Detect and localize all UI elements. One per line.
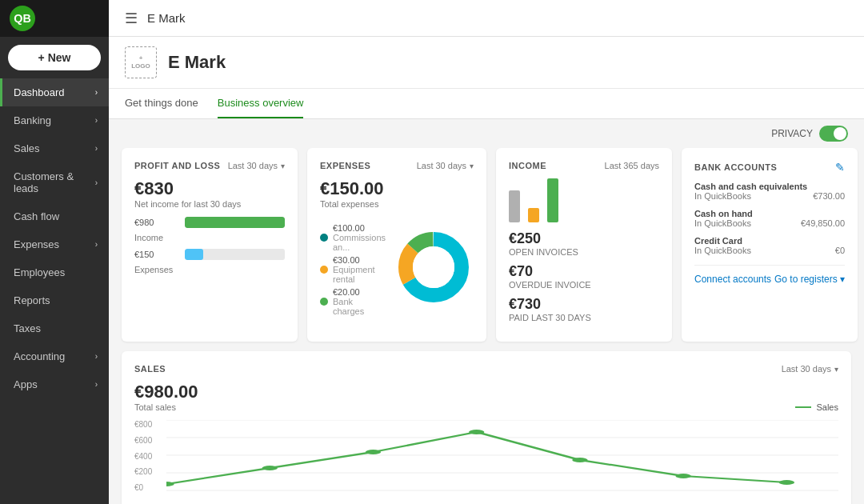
sales-total: €980.00 bbox=[134, 382, 198, 402]
expense-item-2-amount: €20.00 bbox=[333, 287, 386, 297]
svg-point-14 bbox=[469, 430, 484, 434]
chevron-icon: › bbox=[95, 144, 98, 153]
top-header: ☰ E Mark bbox=[109, 0, 864, 37]
bank-account-0-sub: In QuickBooks €730.00 bbox=[694, 191, 845, 201]
sidebar-item-employees[interactable]: Employees bbox=[0, 258, 109, 286]
edit-icon[interactable]: ✎ bbox=[835, 161, 845, 174]
bank-account-1-name: Cash on hand bbox=[694, 209, 845, 218]
expense-bar-track bbox=[185, 249, 285, 260]
income-card-header: INCOME Last 365 days bbox=[509, 161, 659, 170]
top-cards-row: PROFIT AND LOSS Last 30 days ▾ €830 Net … bbox=[122, 148, 851, 342]
legend-item-1: €30.00 Equipment rental bbox=[320, 255, 386, 284]
toggle-knob bbox=[834, 127, 846, 140]
new-button[interactable]: + New bbox=[8, 45, 101, 70]
legend-item-2: €20.00 Bank charges bbox=[320, 287, 386, 316]
sidebar-item-dashboard[interactable]: Dashboard › bbox=[0, 78, 109, 106]
sidebar-item-taxes[interactable]: Taxes bbox=[0, 314, 109, 342]
legend-dot-1 bbox=[320, 266, 328, 274]
open-invoices-label: OPEN INVOICES bbox=[509, 247, 578, 257]
income-bar-open bbox=[509, 190, 520, 222]
expenses-period: Last 30 days bbox=[417, 161, 466, 170]
sales-period-icon[interactable]: ▾ bbox=[834, 365, 838, 374]
connect-accounts-link[interactable]: Connect accounts bbox=[694, 274, 771, 285]
income-bar-label: €980 bbox=[134, 218, 178, 227]
go-to-registers-link[interactable]: Go to registers ▾ bbox=[774, 274, 845, 285]
sidebar-item-banking[interactable]: Banking › bbox=[0, 106, 109, 134]
tab-business-overview[interactable]: Business overview bbox=[218, 89, 304, 118]
income-paid: €730 PAID LAST 30 DAYS bbox=[509, 296, 659, 322]
income-bar-row: €980 bbox=[134, 217, 285, 228]
sidebar-item-accounting[interactable]: Accounting › bbox=[0, 342, 109, 370]
period-dropdown-icon[interactable]: ▾ bbox=[281, 162, 285, 170]
legend-dot-0 bbox=[320, 234, 328, 242]
privacy-label: PRIVACY bbox=[771, 128, 813, 139]
registers-chevron-icon: ▾ bbox=[840, 274, 845, 285]
income-period: Last 365 days bbox=[605, 161, 660, 170]
privacy-toggle[interactable] bbox=[819, 126, 848, 142]
sales-legend: Sales bbox=[795, 402, 838, 412]
bank-accounts-title: BANK ACCOUNTS bbox=[694, 162, 777, 172]
bank-account-0: Cash and cash equivalents In QuickBooks … bbox=[694, 182, 845, 201]
dashboard-content: PROFIT AND LOSS Last 30 days ▾ €830 Net … bbox=[109, 148, 864, 504]
svg-text:QB: QB bbox=[14, 12, 31, 25]
sidebar-item-apps[interactable]: Apps › bbox=[0, 370, 109, 398]
sales-card-header: SALES Last 30 days ▾ bbox=[134, 364, 838, 374]
expenses-period-icon[interactable]: ▾ bbox=[470, 162, 474, 170]
expense-item-2-label: Bank charges bbox=[333, 297, 386, 316]
logo-upload[interactable]: +LOGO bbox=[125, 46, 157, 78]
sidebar-item-reports[interactable]: Reports bbox=[0, 286, 109, 314]
chevron-icon: › bbox=[95, 352, 98, 361]
svg-point-17 bbox=[779, 480, 794, 485]
privacy-bar: PRIVACY bbox=[109, 119, 864, 148]
sidebar-item-expenses[interactable]: Expenses › bbox=[0, 230, 109, 258]
tab-bar: Get things done Business overview bbox=[109, 89, 864, 119]
overdue-bar bbox=[528, 208, 539, 222]
income-overdue: €70 OVERDUE INVOICE bbox=[509, 263, 659, 290]
tab-get-things-done[interactable]: Get things done bbox=[125, 89, 198, 118]
chevron-icon: › bbox=[95, 178, 98, 187]
income-bar-overdue bbox=[528, 208, 539, 222]
overdue-amount: €70 bbox=[509, 263, 591, 280]
expense-label: Expenses bbox=[134, 265, 285, 274]
sales-card: SALES Last 30 days ▾ €980.00 Total sales… bbox=[122, 351, 851, 504]
sales-title: SALES bbox=[134, 364, 166, 374]
sidebar-item-customers[interactable]: Customers & leads › bbox=[0, 162, 109, 202]
profit-loss-period: Last 30 days bbox=[228, 161, 278, 170]
svg-point-15 bbox=[572, 458, 587, 462]
hamburger-icon[interactable]: ☰ bbox=[125, 10, 138, 27]
new-button-label: + New bbox=[38, 51, 71, 64]
paid-label: PAID LAST 30 DAYS bbox=[509, 313, 591, 322]
income-bar-track bbox=[185, 217, 285, 228]
bank-links: Connect accounts Go to registers ▾ bbox=[694, 265, 845, 285]
expenses-total-label: Total expenses bbox=[320, 199, 474, 209]
app-logo: QB bbox=[0, 0, 109, 37]
chevron-icon: › bbox=[95, 240, 98, 249]
income-label: Income bbox=[134, 233, 285, 242]
expenses-card-header: EXPENSES Last 30 days ▾ bbox=[320, 161, 474, 170]
main-content: ☰ E Mark +LOGO E Mark Get things done Bu… bbox=[109, 0, 864, 504]
bank-account-2-sub: In QuickBooks €0 bbox=[694, 246, 845, 255]
expense-item-1-amount: €30.00 bbox=[333, 255, 386, 265]
open-invoices-bar bbox=[509, 190, 520, 222]
bank-account-0-name: Cash and cash equivalents bbox=[694, 182, 845, 191]
svg-point-12 bbox=[262, 466, 278, 470]
sidebar-item-sales[interactable]: Sales › bbox=[0, 134, 109, 162]
chevron-icon: › bbox=[95, 88, 98, 97]
card-header: PROFIT AND LOSS Last 30 days ▾ bbox=[134, 161, 285, 170]
svg-point-13 bbox=[366, 450, 381, 454]
sidebar: QB + New Dashboard › Banking › Sales › C… bbox=[0, 0, 109, 504]
y-axis-labels: €800 €600 €400 €200 €0 bbox=[134, 420, 163, 492]
expenses-title: EXPENSES bbox=[320, 161, 370, 170]
net-income-amount: €830 bbox=[134, 178, 285, 199]
profit-loss-card: PROFIT AND LOSS Last 30 days ▾ €830 Net … bbox=[122, 148, 298, 342]
expenses-card: EXPENSES Last 30 days ▾ €150.00 Total ex… bbox=[307, 148, 486, 342]
expense-bar-fill bbox=[185, 249, 203, 260]
chevron-icon: › bbox=[95, 116, 98, 125]
income-bar-paid bbox=[547, 178, 558, 222]
overdue-label: OVERDUE INVOICE bbox=[509, 280, 591, 290]
income-card: INCOME Last 365 days bbox=[496, 148, 672, 342]
quickbooks-logo-icon: QB bbox=[10, 6, 35, 31]
bank-account-2: Credit Card In QuickBooks €0 bbox=[694, 236, 845, 255]
expense-bar-row: €150 bbox=[134, 249, 285, 260]
sidebar-item-cashflow[interactable]: Cash flow bbox=[0, 202, 109, 230]
